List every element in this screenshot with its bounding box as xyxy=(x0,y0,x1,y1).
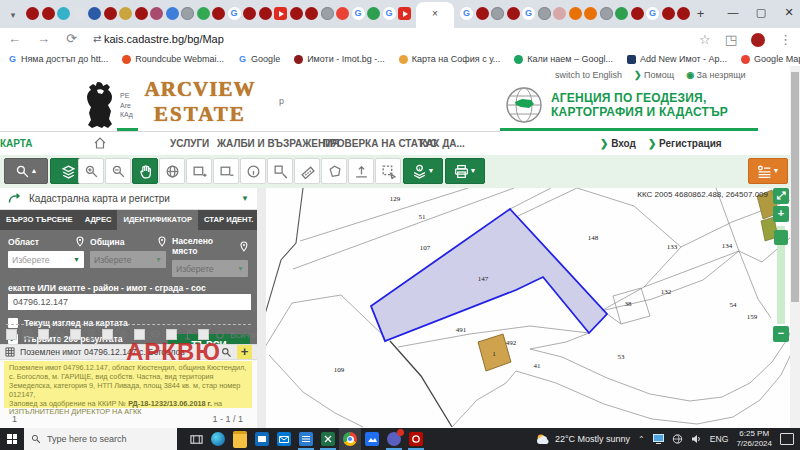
browser-tab[interactable] xyxy=(150,7,163,20)
browser-tab[interactable] xyxy=(367,7,380,20)
browser-tab[interactable] xyxy=(631,7,644,20)
fullscreen-button[interactable]: ⤢ xyxy=(773,188,789,204)
browser-tab[interactable] xyxy=(88,7,101,20)
help-link[interactable]: ❯ Помощ xyxy=(634,70,674,80)
nav-item-karta[interactable]: КАРТА xyxy=(0,138,33,149)
bookmark-item[interactable]: Кали наем – Googl... xyxy=(514,54,613,64)
browser-tab[interactable] xyxy=(553,7,566,20)
taskbar-app-edge[interactable] xyxy=(207,428,229,450)
browser-tab[interactable] xyxy=(538,7,551,20)
site-info-icon[interactable]: ⇄ xyxy=(93,28,101,50)
tray-network-icon[interactable] xyxy=(672,434,683,444)
browser-tab[interactable] xyxy=(57,7,70,20)
extent-in-tool-button[interactable] xyxy=(186,158,212,184)
obshtina-select[interactable]: Изберете▼ xyxy=(90,251,166,268)
zoom-in-button[interactable]: + xyxy=(773,206,789,222)
notification-center-icon[interactable] xyxy=(780,433,794,445)
nav-item-kak-da[interactable]: КАК ДА... xyxy=(420,138,465,149)
bookmark-star-icon[interactable]: ☆ xyxy=(699,29,711,51)
filter-all-label[interactable]: Всички xyxy=(230,330,258,340)
bookmark-item[interactable]: Имоти - Imot.bg -... xyxy=(294,54,385,64)
map-pin-icon[interactable] xyxy=(240,241,248,252)
close-button[interactable]: ✕ xyxy=(782,0,796,26)
bookmark-item[interactable]: GНяма достъп до htt... xyxy=(8,54,108,64)
weather-widget[interactable]: 22°C Mostly sunny xyxy=(536,433,630,445)
taskbar-app-store[interactable] xyxy=(251,428,273,450)
browser-tab[interactable] xyxy=(677,7,690,20)
scrollbar-thumb[interactable] xyxy=(791,72,799,302)
tab-search[interactable]: АДРЕС xyxy=(79,210,118,230)
browser-tab[interactable] xyxy=(321,7,334,20)
browser-tab[interactable]: G xyxy=(522,7,535,20)
layer-info-tool-button[interactable]: ▼ xyxy=(403,158,443,184)
taskbar-app-people[interactable] xyxy=(383,428,405,450)
zoom-out-button[interactable]: − xyxy=(773,326,789,342)
browser-tab[interactable] xyxy=(26,7,39,20)
back-icon[interactable]: ← xyxy=(8,28,21,50)
browser-tab[interactable] xyxy=(662,7,675,20)
reload-icon[interactable]: ⟳ xyxy=(66,28,77,50)
bookmark-item[interactable]: Google Mapshttps:/... xyxy=(741,54,800,64)
new-tab-button[interactable]: + xyxy=(694,7,707,20)
browser-tab[interactable]: G xyxy=(228,7,241,20)
taskbar-search[interactable]: Type here to search xyxy=(24,428,177,450)
bookmark-item[interactable]: Roundcube Webmai... xyxy=(122,54,224,64)
upload-tool-button[interactable] xyxy=(348,158,374,184)
globe-tool-button[interactable] xyxy=(159,158,185,184)
close-tab-icon[interactable]: × xyxy=(416,2,454,26)
browser-tab[interactable] xyxy=(166,7,179,20)
pan-tool-button[interactable] xyxy=(132,158,158,184)
tab-search[interactable]: СТАР ИДЕНТ. xyxy=(198,210,259,230)
bookmark-item[interactable]: GGoogle xyxy=(238,54,280,64)
browser-tab[interactable] xyxy=(73,7,86,20)
print-tool-button[interactable]: ▼ xyxy=(445,158,485,184)
tray-monitor-icon[interactable] xyxy=(653,434,664,444)
measure-area-tool-button[interactable] xyxy=(267,158,293,184)
zoom-out-tool-button[interactable] xyxy=(105,158,131,184)
browser-tab[interactable] xyxy=(243,7,256,20)
browser-tab[interactable]: G xyxy=(646,7,659,20)
add-result-button[interactable]: + xyxy=(237,345,252,359)
browser-tab[interactable] xyxy=(290,7,303,20)
measure-distance-tool-button[interactable] xyxy=(294,158,320,184)
map-type-dropdown[interactable]: Кадастрална карта и регистри ▼ xyxy=(0,188,257,210)
browser-tab[interactable] xyxy=(104,7,117,20)
legend-tool-button[interactable]: ▼ xyxy=(748,158,788,184)
cadastre-map-svg[interactable]: 1295110714714813313413238541594914921095… xyxy=(266,188,790,428)
browser-menu-icon[interactable]: ⋮ xyxy=(779,29,792,51)
bookmark-item[interactable]: Карта на София с у... xyxy=(399,54,500,64)
select-rect-tool-button[interactable] xyxy=(375,158,401,184)
extent-out-tool-button[interactable] xyxy=(213,158,239,184)
browser-tab[interactable] xyxy=(491,7,504,20)
minimize-button[interactable]: — xyxy=(726,0,740,26)
profile-avatar[interactable] xyxy=(751,33,765,47)
tray-chevron-icon[interactable]: ⌃ xyxy=(638,435,645,444)
forward-icon[interactable]: → xyxy=(37,28,50,50)
browser-tab[interactable]: G xyxy=(383,7,396,20)
cadastre-map[interactable]: 1295110714714813313413238541594914921095… xyxy=(266,188,790,428)
tab-identifier-active[interactable]: ИДЕНТИФИКАТОР xyxy=(117,210,198,230)
browser-tab[interactable] xyxy=(119,7,132,20)
taskbar-app-excel[interactable] xyxy=(317,428,339,450)
taskbar-app-chrome[interactable] xyxy=(339,428,361,450)
browser-tab[interactable] xyxy=(336,7,349,20)
page-scrollbar[interactable] xyxy=(790,66,800,428)
browser-tab[interactable]: G xyxy=(460,7,473,20)
nav-item-zhalbi[interactable]: ЖАЛБИ И ВЪЗРАЖЕНИЯ xyxy=(217,138,340,149)
filter-checkbox-grid[interactable] xyxy=(6,329,17,340)
accessibility-link[interactable]: ◉ За незрящи xyxy=(686,70,745,80)
filter-checkbox-building[interactable] xyxy=(70,329,81,340)
page-number[interactable]: 1 xyxy=(12,414,17,424)
checkbox-unchecked[interactable] xyxy=(8,318,18,328)
browser-tab[interactable] xyxy=(600,7,613,20)
draw-polygon-tool-button[interactable] xyxy=(321,158,347,184)
agency-logo[interactable]: АГЕНЦИЯ ПО ГЕОДЕЗИЯ, КАРТОГРАФИЯ И КАДАС… xyxy=(505,86,728,124)
filter-checkbox-pin[interactable] xyxy=(102,329,113,340)
browser-tab[interactable] xyxy=(181,7,194,20)
taskbar-app-explorer[interactable] xyxy=(229,428,251,450)
browser-tab[interactable] xyxy=(507,7,520,20)
nav-item-uslugi[interactable]: УСЛУГИ xyxy=(170,138,209,149)
browser-tab[interactable] xyxy=(569,7,582,20)
home-icon[interactable] xyxy=(93,136,107,150)
address-bar[interactable]: kais.cadastre.bg/bg/Map xyxy=(104,28,224,51)
